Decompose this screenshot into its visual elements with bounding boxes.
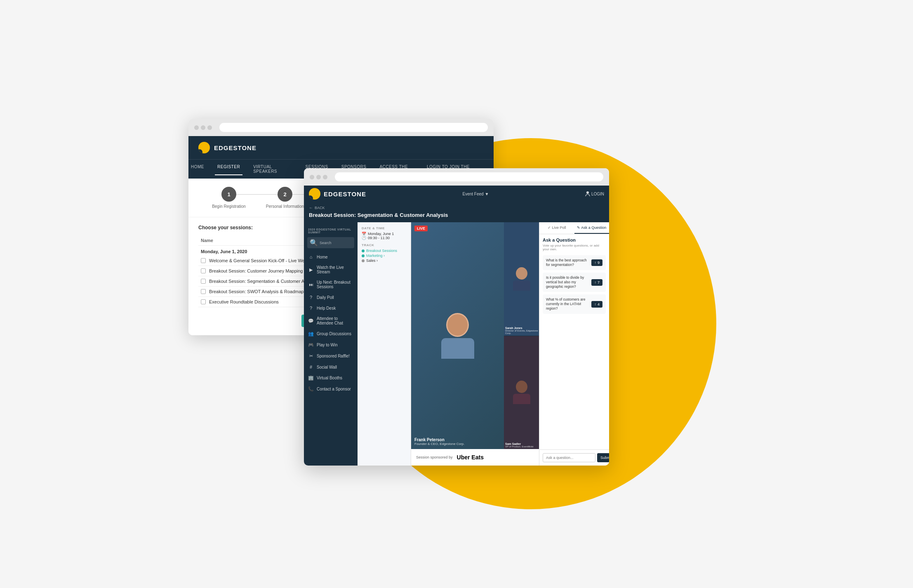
submit-question-button[interactable]: Submit [597, 453, 609, 462]
qa-footer: Submit [539, 449, 609, 466]
browser-chrome-2 [304, 168, 609, 186]
track-sales[interactable]: Sales › [362, 259, 407, 263]
ask-question-input[interactable] [543, 453, 595, 462]
sam-namecard: Sam Sadler VP of Product, EventMobi [505, 442, 534, 448]
step-circle-1: 1 [221, 187, 236, 202]
app-main-content: DATE & TIME 📅 Monday, June 1 🕐 09:30 - 1… [358, 222, 609, 466]
chat-icon: 💬 [308, 318, 314, 324]
frank-namecard: Frank Peterson Founder & CEO, Edgestone … [414, 437, 464, 446]
tab-live-poll[interactable]: ✓ Live Poll [539, 222, 574, 234]
sidebar-item-chat[interactable]: 💬 Attendee to Attendee Chat [304, 313, 358, 328]
session-header-bar: ← BACK Breakout Session: Segmentation & … [304, 202, 609, 222]
checkbox-1[interactable] [201, 258, 206, 263]
sarah-title: Director of Events, Edgestone Corp. [505, 329, 539, 334]
uber-eats-logo: Uber Eats [457, 454, 484, 461]
sidebar-item-social[interactable]: # Social Wall [304, 362, 358, 372]
sidebar-item-poll[interactable]: ? Daily Poll [304, 292, 358, 303]
sidebar-item-upnext[interactable]: ⏭ Up Next: Breakout Sessions [304, 277, 358, 292]
sam-body [513, 394, 530, 404]
home-icon: ⌂ [308, 254, 314, 259]
sidebar-item-raffle[interactable]: ✂ Sponsored Raffle! [304, 350, 358, 362]
poll-icon: ? [308, 295, 314, 300]
frank-figure [441, 313, 474, 359]
sarah-name: Sarah Jones [505, 327, 539, 329]
time-value: 🕐 09:30 - 11:30 [362, 236, 407, 240]
search-input: Search [320, 241, 352, 245]
maximize-dot-2 [323, 175, 327, 179]
nav-speakers[interactable]: VIRTUAL SPEAKERS [251, 163, 294, 175]
sidebar-item-contact[interactable]: 📞 Contact a Sponsor [304, 383, 358, 395]
scene-container: EDGESTONE HOME REGISTER VIRTUAL SPEAKERS… [188, 119, 725, 469]
qa-panel: ✓ Live Poll ✎ Ask a Question Ask a Quest… [539, 222, 609, 466]
sidebar-item-watch[interactable]: ▶ Watch the Live Stream [304, 262, 358, 277]
event-app-browser: EDGESTONE Event Feed ▼ LOGIN ← BACK Brea… [304, 168, 609, 466]
nav-register[interactable]: REGISTER [215, 163, 242, 175]
event-feed-button[interactable]: Event Feed ▼ [462, 192, 489, 196]
question-item-2: Is it possible to divide by vertical but… [543, 273, 606, 292]
sam-figure [513, 381, 530, 404]
checkbox-5[interactable] [201, 299, 206, 304]
track-label: TRACK [362, 243, 407, 247]
main-video: Frank Peterson Founder & CEO, Edgestone … [411, 222, 504, 449]
checkbox-4[interactable] [201, 289, 206, 294]
track-marketing[interactable]: Marketing › [362, 254, 407, 258]
step-1: 1 Begin Registration [201, 187, 257, 209]
sarah-body [513, 280, 530, 291]
sidebar-search[interactable]: 🔍 Search [307, 237, 354, 248]
login-button[interactable]: LOGIN [585, 191, 604, 197]
vote-button-2[interactable]: ↑ 7 [591, 279, 602, 286]
search-icon: 🔍 [310, 239, 318, 247]
address-bar-2[interactable] [335, 172, 603, 181]
app-layout: 2020 EDGESTONE VIRTUAL SUMMIT 🔍 Search ⌂… [304, 222, 609, 466]
checkbox-2[interactable] [201, 268, 206, 273]
play-icon: 🎮 [308, 342, 314, 348]
tab-ask-question[interactable]: ✎ Ask a Question [574, 222, 609, 234]
sidebar-item-booths[interactable]: 🏢 Virtual Booths [304, 372, 358, 383]
sidebar-item-help[interactable]: ? Help Desk [304, 303, 358, 313]
video-grid: Frank Peterson Founder & CEO, Edgestone … [411, 222, 539, 449]
session-name-2: Breakout Session: Customer Journey Mappi… [201, 268, 322, 273]
sarah-video: Sarah Jones Director of Events, Edgeston… [504, 222, 539, 336]
nav-home[interactable]: HOME [188, 163, 207, 175]
edgestone-logo-icon [198, 142, 210, 153]
social-icon: # [308, 365, 314, 369]
sidebar-label-raffle: Sponsored Raffle! [317, 354, 350, 358]
sidebar-label-social: Social Wall [317, 365, 337, 369]
sidebar-item-play[interactable]: 🎮 Play to Win [304, 339, 358, 350]
address-bar-1[interactable] [219, 123, 488, 132]
sidebar-label-groups: Group Discussions [317, 332, 351, 336]
sidebar-item-groups[interactable]: 👥 Group Discussions [304, 328, 358, 339]
session-title: Breakout Session: Segmentation & Custome… [309, 212, 604, 218]
question-item-1: What is the best approach for segmentati… [543, 255, 606, 270]
sam-video: Sam Sadler VP of Product, EventMobi [504, 336, 539, 449]
track-dot-3 [362, 259, 365, 262]
track-dot-2 [362, 254, 365, 257]
sidebar-label-home: Home [317, 255, 328, 259]
step-circle-2: 2 [278, 187, 292, 202]
app-logo-area: EDGESTONE [309, 188, 366, 200]
back-label[interactable]: BACK [315, 206, 325, 210]
checkbox-3[interactable] [201, 279, 206, 284]
sidebar-item-home[interactable]: ⌂ Home [304, 252, 358, 262]
sponsor-bar: Session sponsored by Uber Eats [411, 449, 539, 466]
app-logo-icon [309, 188, 320, 200]
datetime-label: DATE & TIME [362, 226, 407, 230]
vote-button-1[interactable]: ↑ 9 [591, 259, 602, 266]
registration-header: EDGESTONE [188, 136, 494, 159]
track-breakout[interactable]: Breakout Sessions [362, 249, 407, 253]
qa-subtitle: Vote up your favorite questions, or add … [543, 244, 606, 251]
sam-name: Sam Sadler [505, 442, 534, 445]
raffle-icon: ✂ [308, 353, 314, 359]
browser-chrome-1 [188, 119, 494, 136]
frank-name: Frank Peterson [414, 437, 464, 442]
live-badge: LIVE [414, 226, 428, 231]
window-controls-2 [310, 175, 327, 179]
frank-presenter [411, 222, 504, 449]
minimize-dot-2 [316, 175, 321, 179]
question-text-3: What % of customers are currently in the… [546, 297, 589, 311]
sam-title: VP of Product, EventMobi [505, 445, 534, 448]
vote-button-3[interactable]: ↑ 4 [591, 301, 602, 308]
step-label-2: Personal Information [266, 204, 304, 209]
help-icon: ? [308, 306, 314, 310]
person-icon [585, 191, 590, 197]
